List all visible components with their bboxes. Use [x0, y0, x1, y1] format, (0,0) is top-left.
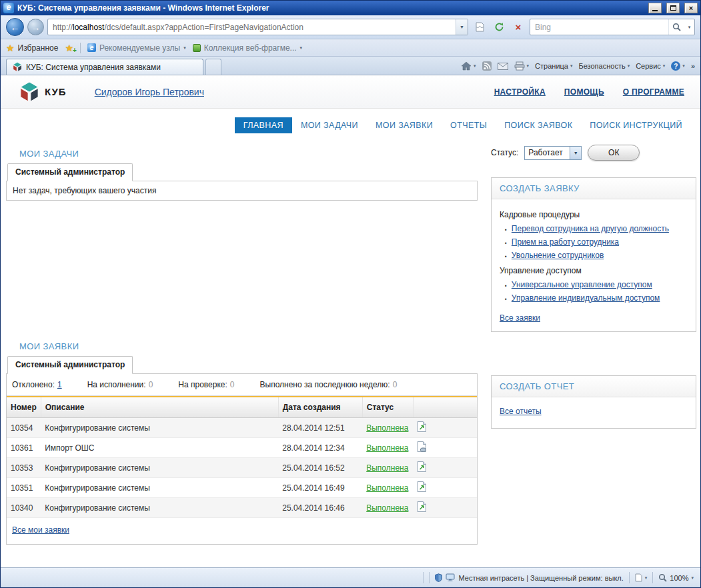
suggested-sites-button[interactable]: e Рекомендуемые узлы ▾ [87, 43, 186, 53]
my-tasks-role-tab[interactable]: Системный администратор [7, 163, 133, 181]
bullet-icon: ▪ [505, 239, 507, 247]
stat-rejected: Отклонено:1 [12, 380, 62, 389]
all-requests-link[interactable]: Все заявки [500, 313, 540, 323]
request-document-icon[interactable] [417, 461, 427, 472]
separator [429, 572, 430, 583]
status-link[interactable]: Выполнена [366, 483, 408, 493]
bullet-icon: ▪ [505, 282, 507, 289]
chevron-down-icon: ▾ [183, 45, 186, 51]
list-item: ▪Перевод сотрудника на другую должность [505, 224, 688, 233]
forward-button[interactable]: → [27, 19, 44, 35]
favorites-bar: ★ Избранное ★ + e Рекомендуемые узлы ▾ К… [1, 39, 700, 57]
suggested-sites-icon: e [87, 43, 96, 52]
internet-explorer-icon: e [3, 3, 14, 13]
chevron-overflow-icon[interactable]: » [691, 62, 695, 70]
settings-link[interactable]: НАСТРОЙКА [494, 87, 546, 97]
safety-menu-button[interactable]: Безопасность ▾ [578, 62, 630, 70]
address-dropdown-button[interactable]: ▼ [456, 19, 468, 35]
cell-date: 28.04.2014 12:51 [278, 418, 362, 438]
my-tasks-heading: МОИ ЗАДАЧИ [19, 149, 478, 159]
nav-tab-my-tasks[interactable]: МОИ ЗАДАЧИ [292, 117, 367, 133]
all-reports-link[interactable]: Все отчеты [500, 407, 542, 416]
request-document-icon[interactable] [417, 441, 427, 452]
request-document-icon[interactable] [417, 501, 427, 512]
close-button[interactable]: × [684, 3, 698, 13]
individual-access-link[interactable]: Управление индивидуальным доступом [512, 293, 660, 303]
web-slices-button[interactable]: Коллекция веб-фрагме... ▾ [193, 43, 302, 53]
status-bar: Местная интрасеть | Защищенный режим: вы… [1, 567, 700, 587]
zoom-control[interactable]: 100% ▾ [658, 573, 694, 582]
nav-tab-search-requests[interactable]: ПОИСК ЗАЯВОК [496, 117, 581, 133]
select-dropdown-button[interactable]: ▼ [570, 147, 581, 159]
col-status: Статус [362, 397, 413, 418]
dismiss-employees-link[interactable]: Увольнение сотрудников [512, 251, 604, 260]
cell-description: Конфигурирование системы [41, 418, 278, 438]
search-button[interactable] [668, 19, 684, 35]
request-document-icon[interactable] [417, 481, 427, 492]
nav-tab-my-requests[interactable]: МОИ ЗАЯВКИ [367, 117, 442, 133]
bullet-icon: ▪ [505, 226, 507, 233]
minimize-button[interactable] [648, 3, 662, 13]
address-input[interactable]: http://localhost/dcs/default.aspx?appAct… [47, 19, 468, 35]
feeds-button[interactable] [482, 61, 492, 71]
zoom-magnifier-icon [658, 573, 667, 582]
list-item: ▪Прием на работу сотрудника [505, 237, 688, 247]
status-select[interactable]: Работает ▼ [524, 146, 582, 160]
nav-tab-reports[interactable]: ОТЧЕТЫ [442, 117, 496, 133]
new-tab-button[interactable] [205, 59, 221, 75]
add-favorite-button[interactable]: ★ + [65, 43, 73, 53]
current-user-link[interactable]: Сидоров Игорь Петрович [95, 87, 204, 97]
all-my-requests-link[interactable]: Все мои заявки [12, 525, 69, 535]
tools-menu-button[interactable]: Сервис ▾ [636, 62, 665, 70]
web-slices-label: Коллекция веб-фрагме... [204, 43, 297, 53]
favorites-button[interactable]: ★ Избранное [6, 43, 58, 53]
nav-tab-search-instructions[interactable]: ПОИСК ИНСТРУКЦИЙ [581, 117, 691, 133]
print-button[interactable]: ▾ [514, 61, 530, 71]
url-text: http://localhost/dcs/default.aspx?appAct… [53, 23, 456, 32]
help-link[interactable]: ПОМОЩЬ [564, 87, 604, 97]
search-provider-dropdown[interactable]: ▾ [684, 19, 694, 35]
browser-window: e КУБ: Система управления заявками - Win… [0, 0, 701, 588]
search-input[interactable]: Bing ▾ [530, 19, 695, 35]
maximize-button[interactable] [666, 3, 680, 13]
status-link[interactable]: Выполнена [366, 503, 408, 513]
zoom-level: 100% [670, 574, 688, 582]
compatibility-view-button[interactable] [472, 19, 488, 35]
hr-links-list: ▪Перевод сотрудника на другую должность … [505, 224, 688, 261]
chevron-down-icon: ▾ [628, 63, 630, 69]
read-mail-button[interactable] [498, 63, 508, 70]
page-view-button[interactable]: ▾ [635, 573, 648, 582]
transfer-employee-link[interactable]: Перевод сотрудника на другую должность [512, 224, 669, 233]
request-document-icon[interactable] [417, 421, 427, 432]
my-requests-role-tab[interactable]: Системный администратор [7, 356, 133, 374]
status-link[interactable]: Выполнена [366, 443, 408, 453]
broken-page-icon [476, 22, 484, 32]
home-button[interactable]: ▾ [461, 61, 476, 71]
app-logo-text: КУБ [45, 86, 67, 97]
page-menu-button[interactable]: Страница ▾ [535, 62, 572, 70]
hire-employee-link[interactable]: Прием на работу сотрудника [512, 237, 619, 247]
status-link[interactable]: Выполнена [366, 463, 408, 473]
content-area: МОИ ЗАДАЧИ Системный администратор Нет з… [1, 135, 700, 567]
universal-access-link[interactable]: Универсальное управление доступом [512, 280, 652, 289]
back-button[interactable]: ← [6, 18, 24, 36]
minimize-icon [652, 10, 658, 11]
access-links-list: ▪Универсальное управление доступом ▪Упра… [505, 280, 688, 303]
status-link[interactable]: Выполнена [366, 423, 408, 433]
about-link[interactable]: О ПРОГРАММЕ [623, 87, 684, 97]
dropdown-arrow-icon: ▼ [460, 25, 464, 29]
browser-tab-active[interactable]: КУБ: Система управления заявками [6, 59, 203, 75]
rss-feed-icon [482, 61, 492, 71]
title-bar: e КУБ: Система управления заявками - Win… [1, 1, 700, 15]
cell-description: Конфигурирование системы [41, 498, 278, 518]
nav-tab-home[interactable]: ГЛАВНАЯ [235, 117, 292, 133]
help-menu-button[interactable]: ? ▾ [671, 61, 685, 71]
main-navigation: ГЛАВНАЯ МОИ ЗАДАЧИ МОИ ЗАЯВКИ ОТЧЕТЫ ПОИ… [1, 109, 700, 135]
stat-rejected-count-link[interactable]: 1 [57, 380, 62, 389]
refresh-button[interactable] [491, 19, 507, 35]
stop-button[interactable]: × [510, 19, 526, 35]
my-requests-box: Отклонено:1 На исполнении:0 На проверке:… [6, 373, 478, 545]
ok-button[interactable]: ОК [588, 145, 640, 161]
cell-description: Конфигурирование системы [41, 478, 278, 498]
requests-table-header: Номер Описание Дата создания Статус [7, 397, 477, 418]
